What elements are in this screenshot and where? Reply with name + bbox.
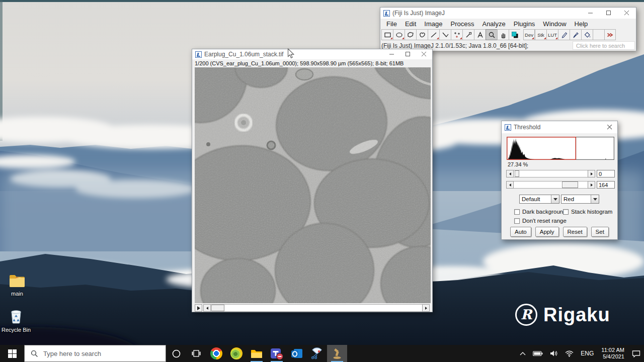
taskbar-app-chameleon[interactable]	[226, 345, 247, 362]
dropdown-arrow-icon[interactable]	[591, 195, 599, 203]
lut-tool[interactable]: LUT	[546, 29, 558, 40]
lower-threshold-input[interactable]	[597, 170, 615, 177]
stack-scrollbar-thumb[interactable]	[211, 305, 224, 311]
image-stack-window: Earplug_Cu_1.06um_stack.tif 1/200 (CVS_e…	[192, 49, 433, 312]
imagej-search-input[interactable]	[573, 41, 635, 50]
task-view-button[interactable]	[186, 345, 206, 362]
language-indicator[interactable]: ENG	[577, 345, 597, 362]
minimize-button[interactable]	[582, 8, 600, 19]
threshold-display-dropdown[interactable]: Red	[561, 195, 599, 204]
freehand-tool[interactable]	[416, 29, 428, 40]
menu-image[interactable]: Image	[420, 19, 446, 29]
fill-tool[interactable]	[581, 29, 593, 40]
upper-threshold-slider[interactable]	[506, 181, 595, 189]
menu-process[interactable]: Process	[447, 19, 478, 29]
taskbar-clock[interactable]: 11:02 AM 5/4/2021	[597, 347, 628, 360]
more-tools-button[interactable]	[604, 29, 616, 40]
lower-threshold-slider[interactable]	[506, 170, 595, 177]
oval-tool[interactable]	[393, 29, 405, 40]
menu-edit[interactable]: Edit	[401, 19, 420, 29]
clock-date: 5/4/2021	[601, 353, 624, 360]
rectangle-tool[interactable]	[381, 29, 393, 40]
stack-scrollbar[interactable]	[203, 304, 430, 312]
dark-background-checkbox[interactable]	[514, 209, 520, 215]
taskbar-app-imagej[interactable]	[327, 345, 347, 362]
slider-right-arrow[interactable]	[588, 170, 595, 177]
menu-analyze[interactable]: Analyze	[478, 19, 509, 29]
stacks-tool[interactable]: Stk	[535, 29, 546, 40]
menu-window[interactable]: Window	[539, 19, 570, 29]
imagej-toolbar: Dev Stk LUT	[380, 29, 636, 41]
dont-reset-range-checkbox[interactable]	[514, 218, 520, 224]
point-tool[interactable]	[451, 29, 462, 40]
close-button[interactable]	[416, 49, 432, 59]
hand-tool[interactable]	[497, 29, 509, 40]
upper-threshold-input[interactable]	[597, 181, 615, 189]
taskbar-app-snipping-tool[interactable]	[307, 345, 327, 362]
close-button[interactable]	[602, 121, 617, 133]
maximize-button[interactable]	[600, 8, 618, 19]
brush-tool[interactable]	[570, 29, 581, 40]
stack-histogram-checkbox[interactable]	[563, 209, 569, 215]
start-button[interactable]	[0, 345, 24, 362]
scroll-left-button[interactable]	[203, 304, 211, 312]
desktop-icon-recycle-bin[interactable]: Recycle Bin	[0, 309, 32, 333]
network-indicator[interactable]	[561, 345, 577, 362]
taskbar-search-input[interactable]	[43, 350, 144, 357]
upper-slider-track[interactable]	[514, 181, 588, 189]
menu-file[interactable]: File	[382, 19, 401, 29]
minimize-button[interactable]	[384, 49, 400, 59]
lower-slider-track[interactable]	[514, 170, 588, 177]
pencil-tool[interactable]	[558, 29, 570, 40]
apply-button[interactable]: Apply	[535, 227, 559, 237]
dark-background-option[interactable]: Dark background	[514, 209, 567, 215]
zoom-tool[interactable]	[486, 29, 497, 40]
action-center-button[interactable]	[628, 345, 644, 362]
dont-reset-range-option[interactable]: Don't reset range	[514, 218, 567, 224]
dev-tool[interactable]: Dev	[523, 29, 535, 40]
color-picker-tool[interactable]	[509, 29, 520, 40]
scroll-right-button[interactable]	[422, 304, 430, 312]
menu-plugins[interactable]: Plugins	[510, 19, 539, 29]
desktop-icon-main[interactable]: main	[1, 274, 33, 297]
line-tool[interactable]	[428, 29, 439, 40]
polygon-tool[interactable]	[405, 29, 416, 40]
rigaku-monogram-icon: R	[515, 304, 537, 326]
imagej-titlebar[interactable]: (Fiji Is Just) ImageJ	[380, 8, 636, 19]
taskbar-app-outlook[interactable]	[287, 345, 307, 362]
image-window-titlebar[interactable]: Earplug_Cu_1.06um_stack.tif	[192, 49, 432, 59]
wand-tool[interactable]	[462, 29, 474, 40]
lower-slider-thumb[interactable]	[515, 170, 519, 177]
threshold-window: Threshold 27.34 %	[501, 121, 618, 240]
text-tool[interactable]	[474, 29, 486, 40]
menu-help[interactable]: Help	[571, 19, 592, 29]
stack-scrollbar-track[interactable]	[211, 304, 422, 312]
upper-slider-thumb[interactable]	[562, 182, 578, 188]
stack-histogram-option[interactable]: Stack histogram	[563, 209, 612, 215]
imagej-status-text: (Fiji Is Just) ImageJ 2.1.0/1.53c; Java …	[381, 42, 528, 49]
slider-left-arrow[interactable]	[506, 170, 514, 177]
taskbar-search-box[interactable]	[24, 345, 166, 362]
auto-button[interactable]: Auto	[510, 227, 531, 237]
threshold-titlebar[interactable]: Threshold	[502, 121, 617, 133]
cortana-button[interactable]	[166, 345, 186, 362]
volume-indicator[interactable]	[546, 345, 561, 362]
stack-play-button[interactable]	[195, 304, 202, 312]
taskbar-app-chrome[interactable]	[206, 345, 226, 362]
slider-left-arrow[interactable]	[506, 181, 514, 189]
tray-chevron-button[interactable]	[516, 345, 529, 362]
slider-right-arrow[interactable]	[588, 181, 595, 189]
file-explorer-icon	[251, 348, 263, 358]
taskbar-app-explorer[interactable]	[247, 345, 267, 362]
taskbar-app-teams[interactable]	[267, 345, 287, 362]
desktop-icon-label: main	[1, 291, 33, 297]
maximize-button[interactable]	[400, 49, 416, 59]
image-canvas[interactable]	[195, 67, 431, 303]
set-button[interactable]: Set	[591, 227, 609, 237]
battery-indicator[interactable]	[529, 345, 546, 362]
threshold-method-dropdown[interactable]: Default	[519, 195, 559, 204]
angle-tool[interactable]	[439, 29, 451, 40]
dropdown-arrow-icon[interactable]	[551, 195, 559, 203]
reset-button[interactable]: Reset	[563, 227, 587, 237]
close-button[interactable]	[618, 8, 636, 19]
